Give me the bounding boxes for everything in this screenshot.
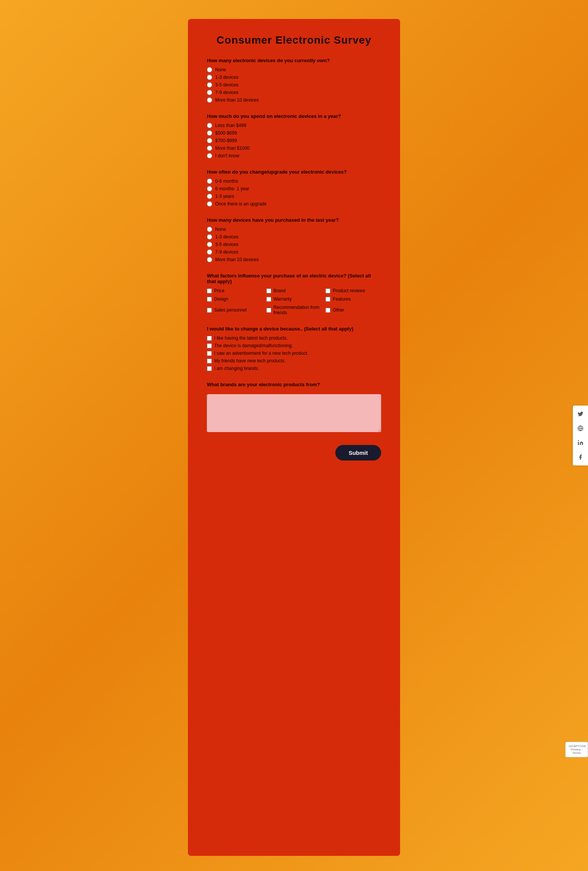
q5-label-product-reviews: Product reviews: [333, 288, 365, 293]
q5-checkbox-recommendation[interactable]: [266, 308, 271, 313]
q5-option-product-reviews[interactable]: Product reviews: [325, 288, 381, 293]
brands-textarea[interactable]: [207, 394, 381, 432]
q6-checkbox-changing-brands[interactable]: [207, 366, 212, 371]
social-sidebar: [573, 406, 588, 465]
q5-checkbox-price[interactable]: [207, 288, 212, 293]
twitter-icon[interactable]: [575, 409, 586, 419]
q1-option-1-3[interactable]: 1-3 devices: [207, 75, 381, 80]
q2-label-700-999: $700-$999: [215, 138, 237, 143]
q3-option-0-6months[interactable]: 0-6 months: [207, 179, 381, 184]
q4-label-10plus: More than 10 devices: [215, 257, 259, 262]
q6-option-advertisement[interactable]: I saw an advertisement for a new tech pr…: [207, 351, 381, 356]
q5-option-recommendation[interactable]: Recommendation from friends: [266, 305, 322, 315]
q6-checkbox-damaged[interactable]: [207, 343, 212, 348]
q1-radio-1-3[interactable]: [207, 75, 212, 80]
submit-button[interactable]: Submit: [335, 445, 381, 461]
q4-radio-10plus[interactable]: [207, 257, 212, 262]
q6-option-latest-tech[interactable]: I like having the latest tech products.: [207, 335, 381, 341]
q2-option-1000plus[interactable]: More than $1000: [207, 146, 381, 151]
telegram-icon[interactable]: [575, 423, 586, 434]
q2-radio-1000plus[interactable]: [207, 146, 212, 151]
q4-radio-none[interactable]: [207, 227, 212, 232]
q4-option-7-9[interactable]: 7-9 devices: [207, 249, 381, 255]
q1-radio-7-9[interactable]: [207, 90, 212, 95]
q5-checkbox-sales-personnel[interactable]: [207, 308, 212, 313]
survey-form-card: Consumer Electronic Survey How many elec…: [188, 19, 400, 856]
q5-label-recommendation: Recommendation from friends: [274, 305, 322, 315]
q6-checkbox-latest-tech[interactable]: [207, 336, 212, 341]
q4-option-3-5[interactable]: 3-5 devices: [207, 242, 381, 247]
q1-option-10plus[interactable]: More than 10 devices: [207, 97, 381, 103]
question-7: What brands are your electronic products…: [207, 382, 381, 434]
question-3: How often do you change/upgrade your ele…: [207, 169, 381, 207]
q2-radio-dontknow[interactable]: [207, 153, 212, 158]
q5-option-price[interactable]: Price: [207, 288, 263, 293]
q1-label-3-5: 3-5 devices: [215, 82, 238, 88]
q6-label-changing-brands: I am changing brands.: [214, 366, 259, 371]
q6-option-friends-tech[interactable]: My friends have new tech products.: [207, 358, 381, 363]
recaptcha-badge: reCAPTCHA Privacy - Terms: [565, 742, 588, 757]
q2-radio-499[interactable]: [207, 123, 212, 128]
q3-option-1-3years[interactable]: 1-3 years: [207, 194, 381, 199]
q3-option-upgrade[interactable]: Once there is an upgrade: [207, 201, 381, 207]
q5-option-other[interactable]: Other: [325, 305, 381, 315]
q5-checkbox-other[interactable]: [325, 308, 330, 313]
question-4: How many devices have you purchased in t…: [207, 217, 381, 262]
q5-checkbox-warranty[interactable]: [266, 297, 271, 302]
q1-option-3-5[interactable]: 3-5 devices: [207, 82, 381, 88]
q2-radio-500-699[interactable]: [207, 130, 212, 136]
q1-label-10plus: More than 10 devices: [215, 97, 259, 103]
q5-label-sales-personnel: Sales personnel: [214, 307, 247, 313]
q3-label-upgrade: Once there is an upgrade: [215, 201, 266, 207]
q6-option-damaged[interactable]: The device is damaged/malfunctioning.: [207, 343, 381, 348]
q5-option-features[interactable]: Features: [325, 296, 381, 302]
q1-option-7-9[interactable]: 7-9 devices: [207, 90, 381, 95]
q5-checkbox-product-reviews[interactable]: [325, 288, 330, 293]
q6-option-changing-brands[interactable]: I am changing brands.: [207, 366, 381, 371]
q2-option-dontknow[interactable]: I don't know: [207, 153, 381, 158]
q5-option-design[interactable]: Design: [207, 296, 263, 302]
q4-radio-3-5[interactable]: [207, 242, 212, 247]
q5-checkbox-brand[interactable]: [266, 288, 271, 293]
q2-option-499[interactable]: Less than $499: [207, 123, 381, 128]
q1-label-7-9: 7-9 devices: [215, 90, 238, 95]
q2-option-700-999[interactable]: $700-$999: [207, 138, 381, 143]
svg-point-2: [578, 440, 579, 441]
q4-option-1-3[interactable]: 1-3 devices: [207, 234, 381, 240]
q5-checkbox-features[interactable]: [325, 297, 330, 302]
q5-option-brand[interactable]: Brand: [266, 288, 322, 293]
q4-radio-7-9[interactable]: [207, 249, 212, 255]
q1-radio-3-5[interactable]: [207, 82, 212, 88]
q3-option-6months-1year[interactable]: 6 months- 1 year: [207, 186, 381, 191]
q5-option-warranty[interactable]: Warranty: [266, 296, 322, 302]
q3-radio-6months-1year[interactable]: [207, 186, 212, 191]
q5-label: What factors influence your purchase of …: [207, 273, 381, 284]
q5-checkbox-design[interactable]: [207, 297, 212, 302]
q6-checkbox-friends-tech[interactable]: [207, 359, 212, 363]
q5-label-warranty: Warranty: [274, 296, 292, 302]
q6-checkbox-list: I like having the latest tech products. …: [207, 335, 381, 371]
q2-radio-700-999[interactable]: [207, 138, 212, 143]
q3-radio-0-6months[interactable]: [207, 179, 212, 184]
q3-label: How often do you change/upgrade your ele…: [207, 169, 381, 175]
facebook-icon[interactable]: [575, 452, 586, 462]
q3-radio-upgrade[interactable]: [207, 201, 212, 207]
q4-label-1-3: 1-3 devices: [215, 234, 238, 240]
q1-option-none[interactable]: None: [207, 67, 381, 72]
q3-radio-1-3years[interactable]: [207, 194, 212, 199]
q4-radio-1-3[interactable]: [207, 234, 212, 240]
q4-option-none[interactable]: None: [207, 227, 381, 232]
q6-checkbox-advertisement[interactable]: [207, 351, 212, 356]
recaptcha-text: reCAPTCHA Privacy - Terms: [569, 744, 586, 755]
q2-label-dontknow: I don't know: [215, 153, 239, 158]
q4-label-7-9: 7-9 devices: [215, 249, 238, 255]
q4-option-10plus[interactable]: More than 10 devices: [207, 257, 381, 262]
q1-radio-none[interactable]: [207, 67, 212, 72]
form-title: Consumer Electronic Survey: [207, 34, 381, 46]
q5-label-features: Features: [333, 296, 350, 302]
linkedin-icon[interactable]: [575, 437, 586, 448]
q5-option-sales-personnel[interactable]: Sales personnel: [207, 305, 263, 315]
q1-label-none: None: [215, 67, 226, 72]
q2-option-500-699[interactable]: $500-$699: [207, 130, 381, 136]
q1-radio-10plus[interactable]: [207, 97, 212, 103]
